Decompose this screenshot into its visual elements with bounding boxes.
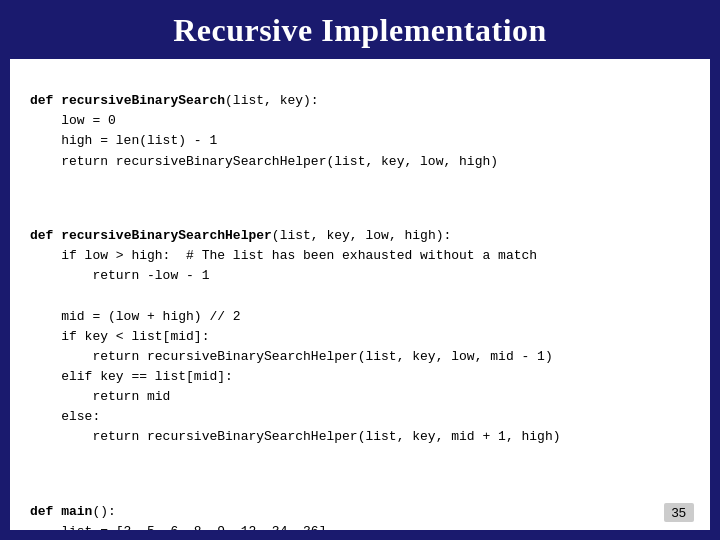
code-line: return recursiveBinarySearchHelper(list,… xyxy=(30,429,561,444)
code-line: return mid xyxy=(30,389,170,404)
code-section-2: def recursiveBinarySearchHelper(list, ke… xyxy=(30,206,690,468)
code-line: def recursiveBinarySearch(list, key): xyxy=(30,93,319,108)
code-line: def main(): xyxy=(30,504,116,519)
code-line: if low > high: # The list has been exhau… xyxy=(30,248,537,263)
code-section-1: def recursiveBinarySearch(list, key): lo… xyxy=(30,71,690,192)
code-line: if key < list[mid]: xyxy=(30,329,209,344)
code-line: else: xyxy=(30,409,100,424)
slide-title: Recursive Implementation xyxy=(173,12,547,48)
title-bar: Recursive Implementation xyxy=(0,0,720,59)
code-line: def recursiveBinarySearchHelper(list, ke… xyxy=(30,228,451,243)
code-line: return recursiveBinarySearchHelper(list,… xyxy=(30,154,498,169)
code-line: list = [3, 5, 6, 8, 9, 12, 34, 36] xyxy=(30,524,326,530)
code-line: low = 0 xyxy=(30,113,116,128)
code-section-3: def main(): list = [3, 5, 6, 8, 9, 12, 3… xyxy=(30,482,690,530)
code-line: return recursiveBinarySearchHelper(list,… xyxy=(30,349,553,364)
code-line xyxy=(30,288,38,303)
code-line: mid = (low + high) // 2 xyxy=(30,309,241,324)
page-number: 35 xyxy=(664,503,694,522)
slide: Recursive Implementation def recursiveBi… xyxy=(0,0,720,540)
code-line: high = len(list) - 1 xyxy=(30,133,217,148)
content-area: def recursiveBinarySearch(list, key): lo… xyxy=(10,59,710,530)
code-line: elif key == list[mid]: xyxy=(30,369,233,384)
code-line: return -low - 1 xyxy=(30,268,209,283)
